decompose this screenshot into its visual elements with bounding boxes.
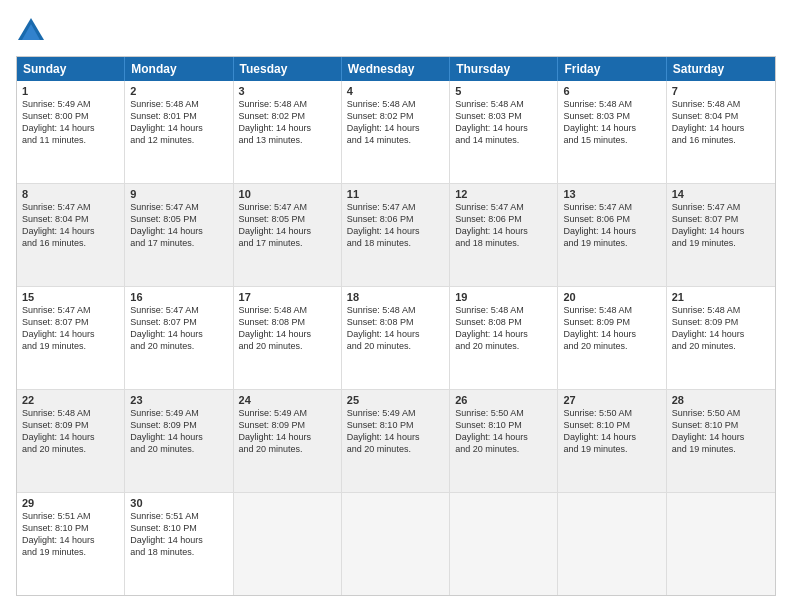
cal-cell-25: 25Sunrise: 5:49 AM Sunset: 8:10 PM Dayli… [342,390,450,492]
cell-info-29: Sunrise: 5:51 AM Sunset: 8:10 PM Dayligh… [22,510,119,559]
calendar-header: SundayMondayTuesdayWednesdayThursdayFrid… [17,57,775,81]
cal-cell-19: 19Sunrise: 5:48 AM Sunset: 8:08 PM Dayli… [450,287,558,389]
cell-info-19: Sunrise: 5:48 AM Sunset: 8:08 PM Dayligh… [455,304,552,353]
header-day-tuesday: Tuesday [234,57,342,81]
cell-info-18: Sunrise: 5:48 AM Sunset: 8:08 PM Dayligh… [347,304,444,353]
day-number-2: 2 [130,85,227,97]
cal-cell-12: 12Sunrise: 5:47 AM Sunset: 8:06 PM Dayli… [450,184,558,286]
calendar-row-1: 8Sunrise: 5:47 AM Sunset: 8:04 PM Daylig… [17,183,775,286]
day-number-21: 21 [672,291,770,303]
calendar: SundayMondayTuesdayWednesdayThursdayFrid… [16,56,776,596]
cell-info-28: Sunrise: 5:50 AM Sunset: 8:10 PM Dayligh… [672,407,770,456]
day-number-18: 18 [347,291,444,303]
day-number-17: 17 [239,291,336,303]
header-day-monday: Monday [125,57,233,81]
cal-cell-13: 13Sunrise: 5:47 AM Sunset: 8:06 PM Dayli… [558,184,666,286]
cal-cell-6: 6Sunrise: 5:48 AM Sunset: 8:03 PM Daylig… [558,81,666,183]
cal-cell-22: 22Sunrise: 5:48 AM Sunset: 8:09 PM Dayli… [17,390,125,492]
day-number-7: 7 [672,85,770,97]
calendar-row-0: 1Sunrise: 5:49 AM Sunset: 8:00 PM Daylig… [17,81,775,183]
day-number-9: 9 [130,188,227,200]
day-number-29: 29 [22,497,119,509]
day-number-27: 27 [563,394,660,406]
calendar-body: 1Sunrise: 5:49 AM Sunset: 8:00 PM Daylig… [17,81,775,595]
cell-info-8: Sunrise: 5:47 AM Sunset: 8:04 PM Dayligh… [22,201,119,250]
day-number-5: 5 [455,85,552,97]
cal-cell-20: 20Sunrise: 5:48 AM Sunset: 8:09 PM Dayli… [558,287,666,389]
cal-cell-empty-5 [558,493,666,595]
cell-info-7: Sunrise: 5:48 AM Sunset: 8:04 PM Dayligh… [672,98,770,147]
header-day-saturday: Saturday [667,57,775,81]
cell-info-16: Sunrise: 5:47 AM Sunset: 8:07 PM Dayligh… [130,304,227,353]
day-number-1: 1 [22,85,119,97]
day-number-15: 15 [22,291,119,303]
cell-info-3: Sunrise: 5:48 AM Sunset: 8:02 PM Dayligh… [239,98,336,147]
header [16,16,776,46]
day-number-24: 24 [239,394,336,406]
cal-cell-16: 16Sunrise: 5:47 AM Sunset: 8:07 PM Dayli… [125,287,233,389]
cell-info-14: Sunrise: 5:47 AM Sunset: 8:07 PM Dayligh… [672,201,770,250]
cal-cell-empty-6 [667,493,775,595]
cal-cell-4: 4Sunrise: 5:48 AM Sunset: 8:02 PM Daylig… [342,81,450,183]
cell-info-9: Sunrise: 5:47 AM Sunset: 8:05 PM Dayligh… [130,201,227,250]
cal-cell-9: 9Sunrise: 5:47 AM Sunset: 8:05 PM Daylig… [125,184,233,286]
day-number-3: 3 [239,85,336,97]
cell-info-30: Sunrise: 5:51 AM Sunset: 8:10 PM Dayligh… [130,510,227,559]
day-number-10: 10 [239,188,336,200]
cell-info-1: Sunrise: 5:49 AM Sunset: 8:00 PM Dayligh… [22,98,119,147]
cal-cell-2: 2Sunrise: 5:48 AM Sunset: 8:01 PM Daylig… [125,81,233,183]
day-number-11: 11 [347,188,444,200]
day-number-28: 28 [672,394,770,406]
cell-info-13: Sunrise: 5:47 AM Sunset: 8:06 PM Dayligh… [563,201,660,250]
day-number-4: 4 [347,85,444,97]
cell-info-10: Sunrise: 5:47 AM Sunset: 8:05 PM Dayligh… [239,201,336,250]
cell-info-5: Sunrise: 5:48 AM Sunset: 8:03 PM Dayligh… [455,98,552,147]
cell-info-15: Sunrise: 5:47 AM Sunset: 8:07 PM Dayligh… [22,304,119,353]
header-day-thursday: Thursday [450,57,558,81]
cell-info-23: Sunrise: 5:49 AM Sunset: 8:09 PM Dayligh… [130,407,227,456]
day-number-25: 25 [347,394,444,406]
cal-cell-17: 17Sunrise: 5:48 AM Sunset: 8:08 PM Dayli… [234,287,342,389]
cal-cell-10: 10Sunrise: 5:47 AM Sunset: 8:05 PM Dayli… [234,184,342,286]
day-number-16: 16 [130,291,227,303]
cal-cell-23: 23Sunrise: 5:49 AM Sunset: 8:09 PM Dayli… [125,390,233,492]
day-number-14: 14 [672,188,770,200]
cell-info-20: Sunrise: 5:48 AM Sunset: 8:09 PM Dayligh… [563,304,660,353]
day-number-6: 6 [563,85,660,97]
cal-cell-5: 5Sunrise: 5:48 AM Sunset: 8:03 PM Daylig… [450,81,558,183]
page: SundayMondayTuesdayWednesdayThursdayFrid… [0,0,792,612]
day-number-19: 19 [455,291,552,303]
day-number-13: 13 [563,188,660,200]
cell-info-11: Sunrise: 5:47 AM Sunset: 8:06 PM Dayligh… [347,201,444,250]
cal-cell-27: 27Sunrise: 5:50 AM Sunset: 8:10 PM Dayli… [558,390,666,492]
header-day-friday: Friday [558,57,666,81]
day-number-8: 8 [22,188,119,200]
day-number-22: 22 [22,394,119,406]
cal-cell-7: 7Sunrise: 5:48 AM Sunset: 8:04 PM Daylig… [667,81,775,183]
cell-info-6: Sunrise: 5:48 AM Sunset: 8:03 PM Dayligh… [563,98,660,147]
logo [16,16,50,46]
cal-cell-empty-3 [342,493,450,595]
header-day-wednesday: Wednesday [342,57,450,81]
cal-cell-8: 8Sunrise: 5:47 AM Sunset: 8:04 PM Daylig… [17,184,125,286]
cal-cell-26: 26Sunrise: 5:50 AM Sunset: 8:10 PM Dayli… [450,390,558,492]
cell-info-2: Sunrise: 5:48 AM Sunset: 8:01 PM Dayligh… [130,98,227,147]
cal-cell-29: 29Sunrise: 5:51 AM Sunset: 8:10 PM Dayli… [17,493,125,595]
cal-cell-28: 28Sunrise: 5:50 AM Sunset: 8:10 PM Dayli… [667,390,775,492]
cell-info-24: Sunrise: 5:49 AM Sunset: 8:09 PM Dayligh… [239,407,336,456]
cell-info-26: Sunrise: 5:50 AM Sunset: 8:10 PM Dayligh… [455,407,552,456]
calendar-row-3: 22Sunrise: 5:48 AM Sunset: 8:09 PM Dayli… [17,389,775,492]
header-day-sunday: Sunday [17,57,125,81]
logo-icon [16,16,46,46]
cal-cell-18: 18Sunrise: 5:48 AM Sunset: 8:08 PM Dayli… [342,287,450,389]
cal-cell-21: 21Sunrise: 5:48 AM Sunset: 8:09 PM Dayli… [667,287,775,389]
calendar-row-2: 15Sunrise: 5:47 AM Sunset: 8:07 PM Dayli… [17,286,775,389]
cell-info-21: Sunrise: 5:48 AM Sunset: 8:09 PM Dayligh… [672,304,770,353]
cell-info-27: Sunrise: 5:50 AM Sunset: 8:10 PM Dayligh… [563,407,660,456]
cell-info-4: Sunrise: 5:48 AM Sunset: 8:02 PM Dayligh… [347,98,444,147]
cal-cell-1: 1Sunrise: 5:49 AM Sunset: 8:00 PM Daylig… [17,81,125,183]
day-number-20: 20 [563,291,660,303]
cal-cell-11: 11Sunrise: 5:47 AM Sunset: 8:06 PM Dayli… [342,184,450,286]
day-number-30: 30 [130,497,227,509]
cell-info-22: Sunrise: 5:48 AM Sunset: 8:09 PM Dayligh… [22,407,119,456]
